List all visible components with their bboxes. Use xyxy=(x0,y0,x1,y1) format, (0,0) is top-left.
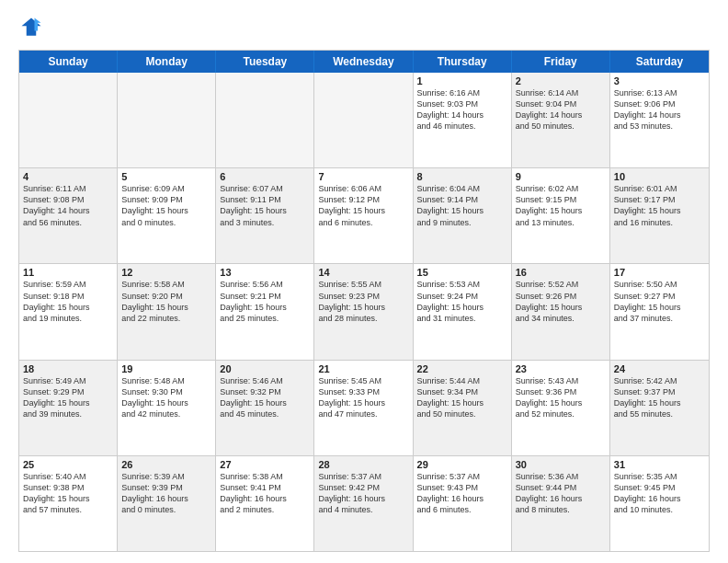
day-number: 6 xyxy=(220,171,310,182)
day-number: 30 xyxy=(516,459,606,470)
day-cell-27: 27Sunrise: 5:38 AM Sunset: 9:41 PM Dayli… xyxy=(216,456,314,551)
day-cell-30: 30Sunrise: 5:36 AM Sunset: 9:44 PM Dayli… xyxy=(512,456,610,551)
day-number: 2 xyxy=(516,75,606,86)
day-number: 17 xyxy=(614,267,705,278)
day-info: Sunrise: 5:45 AM Sunset: 9:33 PM Dayligh… xyxy=(318,375,408,420)
day-number: 25 xyxy=(23,459,113,470)
day-cell-22: 22Sunrise: 5:44 AM Sunset: 9:34 PM Dayli… xyxy=(414,361,512,455)
day-info: Sunrise: 5:50 AM Sunset: 9:27 PM Dayligh… xyxy=(614,279,705,324)
day-number: 27 xyxy=(220,459,310,470)
day-cell-12: 12Sunrise: 5:58 AM Sunset: 9:20 PM Dayli… xyxy=(118,264,216,359)
logo xyxy=(18,15,48,40)
weekday-header-friday: Friday xyxy=(512,51,610,73)
day-number: 8 xyxy=(417,171,507,182)
calendar-row-4: 18Sunrise: 5:49 AM Sunset: 9:29 PM Dayli… xyxy=(19,360,709,455)
day-number: 10 xyxy=(614,171,705,182)
day-number: 14 xyxy=(318,267,408,278)
day-cell-28: 28Sunrise: 5:37 AM Sunset: 9:42 PM Dayli… xyxy=(314,456,413,551)
calendar-body: 1Sunrise: 6:16 AM Sunset: 9:03 PM Daylig… xyxy=(19,73,709,551)
day-info: Sunrise: 5:36 AM Sunset: 9:44 PM Dayligh… xyxy=(516,471,606,516)
day-number: 12 xyxy=(121,267,211,278)
calendar-row-5: 25Sunrise: 5:40 AM Sunset: 9:38 PM Dayli… xyxy=(19,455,709,551)
day-info: Sunrise: 5:52 AM Sunset: 9:26 PM Dayligh… xyxy=(516,279,606,324)
day-info: Sunrise: 6:07 AM Sunset: 9:11 PM Dayligh… xyxy=(220,183,310,228)
day-cell-2: 2Sunrise: 6:14 AM Sunset: 9:04 PM Daylig… xyxy=(512,73,610,167)
day-number: 4 xyxy=(23,171,113,182)
day-cell-3: 3Sunrise: 6:13 AM Sunset: 9:06 PM Daylig… xyxy=(610,73,709,167)
day-info: Sunrise: 5:46 AM Sunset: 9:32 PM Dayligh… xyxy=(220,375,310,420)
day-cell-4: 4Sunrise: 6:11 AM Sunset: 9:08 PM Daylig… xyxy=(19,168,118,263)
day-info: Sunrise: 5:40 AM Sunset: 9:38 PM Dayligh… xyxy=(23,471,113,516)
day-number: 18 xyxy=(23,363,113,374)
day-cell-8: 8Sunrise: 6:04 AM Sunset: 9:14 PM Daylig… xyxy=(414,168,512,263)
day-cell-1: 1Sunrise: 6:16 AM Sunset: 9:03 PM Daylig… xyxy=(414,73,512,167)
day-info: Sunrise: 5:37 AM Sunset: 9:42 PM Dayligh… xyxy=(318,471,408,516)
weekday-header-wednesday: Wednesday xyxy=(314,51,413,73)
day-info: Sunrise: 5:53 AM Sunset: 9:24 PM Dayligh… xyxy=(417,279,507,324)
day-cell-6: 6Sunrise: 6:07 AM Sunset: 9:11 PM Daylig… xyxy=(216,168,314,263)
day-info: Sunrise: 6:02 AM Sunset: 9:15 PM Dayligh… xyxy=(516,183,606,228)
day-info: Sunrise: 5:43 AM Sunset: 9:36 PM Dayligh… xyxy=(516,375,606,420)
day-info: Sunrise: 6:13 AM Sunset: 9:06 PM Dayligh… xyxy=(614,87,705,132)
weekday-header-monday: Monday xyxy=(118,51,216,73)
empty-cell-0-3 xyxy=(314,73,413,167)
day-info: Sunrise: 6:06 AM Sunset: 9:12 PM Dayligh… xyxy=(318,183,408,228)
weekday-header-sunday: Sunday xyxy=(19,51,118,73)
day-cell-14: 14Sunrise: 5:55 AM Sunset: 9:23 PM Dayli… xyxy=(314,264,413,359)
day-cell-15: 15Sunrise: 5:53 AM Sunset: 9:24 PM Dayli… xyxy=(414,264,512,359)
day-cell-5: 5Sunrise: 6:09 AM Sunset: 9:09 PM Daylig… xyxy=(118,168,216,263)
day-cell-25: 25Sunrise: 5:40 AM Sunset: 9:38 PM Dayli… xyxy=(19,456,118,551)
header xyxy=(18,15,710,40)
day-cell-13: 13Sunrise: 5:56 AM Sunset: 9:21 PM Dayli… xyxy=(216,264,314,359)
weekday-header-thursday: Thursday xyxy=(414,51,512,73)
day-cell-24: 24Sunrise: 5:42 AM Sunset: 9:37 PM Dayli… xyxy=(610,361,709,455)
page: SundayMondayTuesdayWednesdayThursdayFrid… xyxy=(0,0,728,563)
day-cell-19: 19Sunrise: 5:48 AM Sunset: 9:30 PM Dayli… xyxy=(118,361,216,455)
day-number: 22 xyxy=(417,363,507,374)
day-info: Sunrise: 5:55 AM Sunset: 9:23 PM Dayligh… xyxy=(318,279,408,324)
day-info: Sunrise: 5:58 AM Sunset: 9:20 PM Dayligh… xyxy=(121,279,211,324)
day-number: 28 xyxy=(318,459,408,470)
day-cell-29: 29Sunrise: 5:37 AM Sunset: 9:43 PM Dayli… xyxy=(414,456,512,551)
day-number: 29 xyxy=(417,459,507,470)
calendar-header: SundayMondayTuesdayWednesdayThursdayFrid… xyxy=(19,51,709,73)
day-number: 26 xyxy=(121,459,211,470)
day-info: Sunrise: 6:11 AM Sunset: 9:08 PM Dayligh… xyxy=(23,183,113,228)
day-info: Sunrise: 6:01 AM Sunset: 9:17 PM Dayligh… xyxy=(614,183,705,228)
day-cell-17: 17Sunrise: 5:50 AM Sunset: 9:27 PM Dayli… xyxy=(610,264,709,359)
day-number: 9 xyxy=(516,171,606,182)
day-cell-23: 23Sunrise: 5:43 AM Sunset: 9:36 PM Dayli… xyxy=(512,361,610,455)
day-number: 3 xyxy=(614,75,705,86)
weekday-header-saturday: Saturday xyxy=(610,51,709,73)
day-info: Sunrise: 5:56 AM Sunset: 9:21 PM Dayligh… xyxy=(220,279,310,324)
day-number: 21 xyxy=(318,363,408,374)
day-cell-10: 10Sunrise: 6:01 AM Sunset: 9:17 PM Dayli… xyxy=(610,168,709,263)
day-number: 5 xyxy=(121,171,211,182)
day-info: Sunrise: 5:35 AM Sunset: 9:45 PM Dayligh… xyxy=(614,471,705,516)
day-number: 16 xyxy=(516,267,606,278)
empty-cell-0-0 xyxy=(19,73,118,167)
day-info: Sunrise: 5:42 AM Sunset: 9:37 PM Dayligh… xyxy=(614,375,705,420)
day-cell-9: 9Sunrise: 6:02 AM Sunset: 9:15 PM Daylig… xyxy=(512,168,610,263)
calendar-row-1: 1Sunrise: 6:16 AM Sunset: 9:03 PM Daylig… xyxy=(19,73,709,167)
empty-cell-0-2 xyxy=(216,73,314,167)
calendar: SundayMondayTuesdayWednesdayThursdayFrid… xyxy=(18,50,710,552)
day-number: 20 xyxy=(220,363,310,374)
day-info: Sunrise: 6:09 AM Sunset: 9:09 PM Dayligh… xyxy=(121,183,211,228)
day-number: 19 xyxy=(121,363,211,374)
day-info: Sunrise: 5:48 AM Sunset: 9:30 PM Dayligh… xyxy=(121,375,211,420)
day-cell-18: 18Sunrise: 5:49 AM Sunset: 9:29 PM Dayli… xyxy=(19,361,118,455)
day-info: Sunrise: 5:59 AM Sunset: 9:18 PM Dayligh… xyxy=(23,279,113,324)
empty-cell-0-1 xyxy=(118,73,216,167)
day-number: 1 xyxy=(417,75,507,86)
day-cell-21: 21Sunrise: 5:45 AM Sunset: 9:33 PM Dayli… xyxy=(314,361,413,455)
day-cell-11: 11Sunrise: 5:59 AM Sunset: 9:18 PM Dayli… xyxy=(19,264,118,359)
day-info: Sunrise: 5:39 AM Sunset: 9:39 PM Dayligh… xyxy=(121,471,211,516)
day-info: Sunrise: 5:38 AM Sunset: 9:41 PM Dayligh… xyxy=(220,471,310,516)
day-number: 7 xyxy=(318,171,408,182)
day-number: 13 xyxy=(220,267,310,278)
day-cell-26: 26Sunrise: 5:39 AM Sunset: 9:39 PM Dayli… xyxy=(118,456,216,551)
weekday-header-tuesday: Tuesday xyxy=(216,51,314,73)
day-cell-20: 20Sunrise: 5:46 AM Sunset: 9:32 PM Dayli… xyxy=(216,361,314,455)
day-info: Sunrise: 6:16 AM Sunset: 9:03 PM Dayligh… xyxy=(417,87,507,132)
